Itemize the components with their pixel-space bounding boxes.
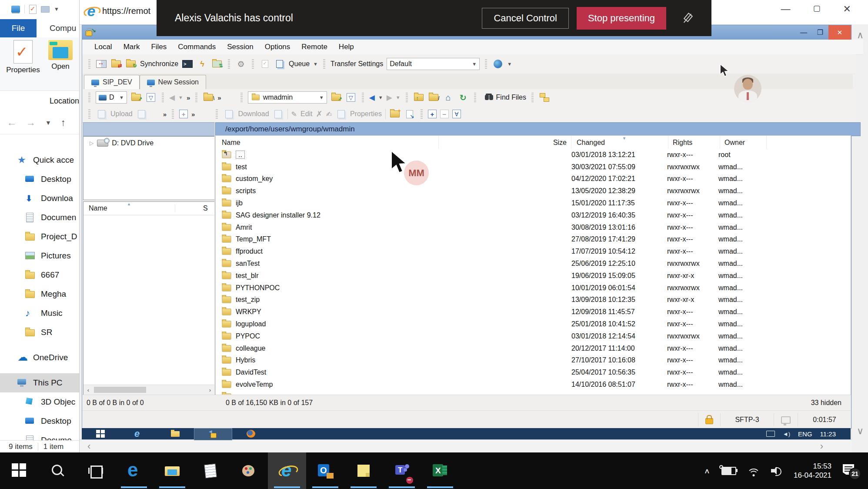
toolbar-overflow-icon[interactable]: »: [163, 111, 167, 118]
scroll-left-icon[interactable]: ‹: [83, 387, 93, 393]
toolbar-overflow-icon[interactable]: »: [187, 94, 190, 101]
file-row[interactable]: custom_key 04/12/2020 17:02:21 rwxr-x---…: [216, 173, 851, 185]
column-owner[interactable]: Owner: [720, 136, 767, 149]
sidebar-item[interactable]: Megha: [0, 285, 79, 304]
scroll-right-icon[interactable]: ›: [820, 441, 823, 452]
home-icon[interactable]: ⌂: [443, 92, 454, 103]
scroll-down-icon[interactable]: ∨: [852, 425, 868, 437]
file-row[interactable]: ffproduct 17/07/2019 10:54:12 rwxr-x--- …: [216, 245, 851, 258]
menu-item[interactable]: Files: [151, 43, 167, 51]
remote-clock[interactable]: 11:23: [820, 430, 836, 438]
queue-button[interactable]: Queue: [289, 60, 310, 68]
recent-locations-icon[interactable]: ▼: [45, 119, 51, 126]
find-files-icon[interactable]: [485, 95, 489, 100]
sidebar-item[interactable]: 3D Objec: [0, 392, 79, 412]
file-row[interactable]: Temp_MFT 27/08/2019 17:41:29 rwxr-x--- w…: [216, 234, 851, 246]
browser-scrollbar[interactable]: ∧ ∨: [851, 24, 868, 452]
taskbar-app[interactable]: [421, 452, 459, 489]
refresh-panel-icon[interactable]: ⇅: [212, 60, 222, 67]
refresh-icon[interactable]: ↻: [457, 92, 469, 103]
taskbar-app[interactable]: [383, 452, 421, 489]
file-row[interactable]: PYTHONPOC 10/01/2019 06:01:54 rwxrwxrwx …: [216, 282, 851, 294]
remote-language[interactable]: ENG: [798, 430, 812, 438]
close-icon[interactable]: ✕: [828, 25, 851, 40]
tree-item-dvd-drive[interactable]: ▷ D: DVD Drive: [83, 137, 215, 147]
action-center-icon[interactable]: 21: [843, 464, 858, 477]
battery-icon[interactable]: [721, 467, 736, 475]
sidebar-item[interactable]: OneDrive: [0, 348, 79, 367]
session-tab[interactable]: SIP_DEV: [84, 75, 140, 89]
local-path-bar[interactable]: [83, 122, 215, 136]
stop-presenting-button[interactable]: Stop presenting: [577, 7, 666, 30]
taskbar-app[interactable]: [38, 452, 77, 489]
sidebar-item[interactable]: Desktop: [0, 412, 79, 431]
taskbar-app[interactable]: [77, 452, 115, 489]
browser-url[interactable]: https://remot: [102, 6, 150, 16]
chevron-down-icon[interactable]: ▼: [54, 6, 59, 12]
column-rights[interactable]: Rights: [668, 136, 720, 149]
selection-filter-icon[interactable]: ∀: [452, 110, 461, 118]
local-list-hscrollbar[interactable]: ‹ ›: [83, 385, 215, 395]
protocol-cell[interactable]: SFTP-3: [720, 413, 774, 426]
wifi-icon[interactable]: [748, 466, 760, 476]
file-row[interactable]: .. 03/01/2018 13:12:21 rwxr-x--- root: [216, 149, 851, 161]
file-row[interactable]: test 30/03/2021 07:55:09 rwxrwxrwx wmad.…: [216, 161, 851, 173]
tab-computer[interactable]: Compu: [37, 19, 76, 37]
unpin-icon[interactable]: [681, 13, 692, 24]
folder-icon[interactable]: [41, 6, 50, 13]
lightning-icon[interactable]: ϟ: [197, 58, 208, 70]
console-icon[interactable]: >: [182, 60, 193, 68]
file-row[interactable]: PYPOC 03/01/2018 12:14:54 rwxrwxrwx wmad…: [216, 330, 851, 342]
chevron-down-icon[interactable]: ▼: [313, 61, 318, 67]
properties-button[interactable]: Properties: [6, 40, 40, 74]
taskbar-app[interactable]: [268, 452, 306, 489]
file-row[interactable]: Hybris 27/10/2017 10:16:08 rwxr-x--- wma…: [216, 355, 851, 367]
transfer-settings-select[interactable]: Default ▼: [387, 58, 480, 70]
scroll-left-icon[interactable]: ‹: [87, 441, 90, 452]
split-panels-icon[interactable]: [96, 60, 107, 68]
queue-icon[interactable]: [276, 60, 283, 68]
column-size[interactable]: Size: [439, 136, 571, 149]
toolbar-overflow-icon[interactable]: »: [191, 111, 195, 118]
directory-tree-icon[interactable]: [540, 93, 549, 102]
file-row[interactable]: DavidTest 25/04/2017 10:56:35 rwxr-x--- …: [216, 366, 851, 378]
cancel-control-button[interactable]: Cancel Control: [482, 8, 569, 29]
file-row[interactable]: colleague 20/12/2017 11:14:00 rwxr-x--- …: [216, 342, 851, 355]
file-row[interactable]: sanTest 25/06/2019 12:25:10 rwxrwxrwx wm…: [216, 258, 851, 270]
minimize-icon[interactable]: —: [781, 3, 791, 15]
scroll-right-icon[interactable]: ›: [205, 387, 215, 393]
menu-item[interactable]: Commands: [178, 43, 216, 51]
menu-item[interactable]: Help: [339, 43, 354, 51]
file-row[interactable]: test_blr 19/06/2019 15:09:05 rwxr-xr-x w…: [216, 270, 851, 282]
check-document-icon[interactable]: [29, 5, 37, 14]
menu-item[interactable]: Options: [265, 43, 290, 51]
sidebar-item[interactable]: Pictures: [0, 246, 79, 265]
find-files-button[interactable]: Find Files: [496, 94, 526, 101]
remote-taskbar-item[interactable]: [157, 428, 194, 439]
file-row[interactable]: Amrit 30/08/2019 13:01:16 rwxr-x--- wmad…: [216, 221, 851, 234]
open-directory-icon[interactable]: ↗: [131, 94, 141, 101]
scrollbar-thumb[interactable]: [94, 387, 146, 393]
synchronize-button[interactable]: Synchronize: [140, 60, 178, 68]
chevron-up-icon[interactable]: ∧: [704, 466, 710, 475]
remote-directory-select[interactable]: wmadmin ▼: [248, 91, 327, 104]
filter-icon[interactable]: ▽: [147, 93, 155, 102]
root-directory-icon[interactable]: \: [204, 94, 213, 101]
sidebar-item[interactable]: 6667: [0, 265, 79, 285]
local-file-list[interactable]: ▲ Name S ‹ ›: [83, 201, 215, 395]
taskbar-app[interactable]: [191, 452, 230, 489]
session-tab[interactable]: New Session: [140, 75, 206, 89]
sidebar-item[interactable]: Docume: [0, 431, 79, 440]
file-row[interactable]: WRKPY 12/09/2018 11:45:57 rwxr-x--- wmad…: [216, 306, 851, 318]
keyboard-icon[interactable]: [766, 431, 775, 437]
local-directory-tree[interactable]: ▷ D: DVD Drive: [83, 136, 215, 200]
file-row[interactable]: test_zip 13/09/2018 10:12:35 rwxr-xr-x w…: [216, 294, 851, 306]
chevron-down-icon[interactable]: ▼: [507, 61, 512, 67]
up-icon[interactable]: ↑: [61, 117, 66, 128]
sidebar-item[interactable]: Quick acce: [0, 151, 79, 170]
file-row[interactable]: logupload 25/01/2018 10:41:52 rwxr-x--- …: [216, 318, 851, 330]
computer-icon[interactable]: [11, 6, 20, 13]
globe-sync-icon[interactable]: [494, 60, 502, 68]
new-directory-icon[interactable]: [390, 111, 400, 117]
root-directory-icon[interactable]: /: [429, 94, 438, 101]
